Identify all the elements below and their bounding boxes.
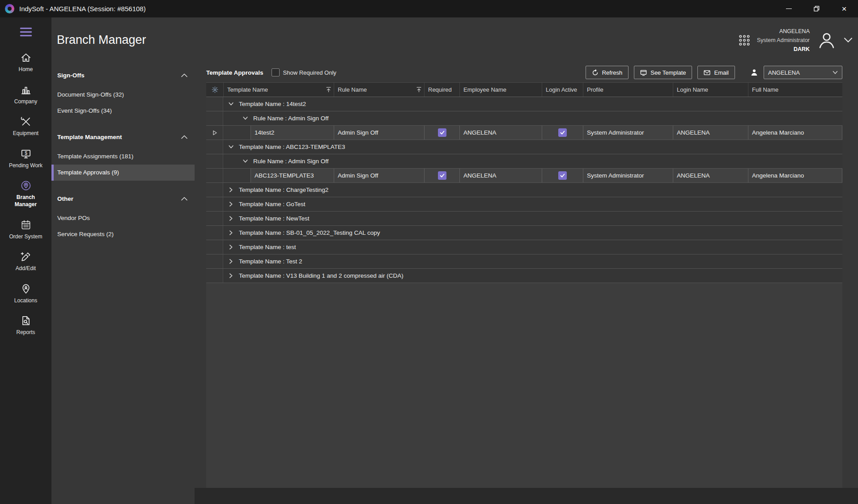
chevron-down-icon[interactable] bbox=[228, 144, 234, 150]
user-menu-chevron-icon[interactable] bbox=[844, 37, 853, 43]
column-header-employee-name[interactable]: Employee Name bbox=[459, 83, 542, 97]
row-indicator-gutter bbox=[206, 169, 223, 182]
user-filter-value: ANGELENA bbox=[768, 69, 800, 76]
nav-item-add-edit[interactable]: Add/Edit bbox=[0, 247, 51, 276]
grid-group-row[interactable]: Template Name : V13 Building 1 and 2 com… bbox=[206, 269, 842, 283]
maximize-button[interactable] bbox=[803, 0, 830, 17]
section-title: Sign-Offs bbox=[57, 72, 85, 79]
sidebar-section-sign-offs: Sign-OffsDocument Sign-Offs (32)Event Si… bbox=[51, 67, 195, 119]
grid-toolbar: Template Approvals Show Required Only Re… bbox=[206, 63, 842, 82]
sort-ascending-icon bbox=[416, 87, 421, 93]
column-header-profile[interactable]: Profile bbox=[583, 83, 673, 97]
employee-name-cell: ANGELENA bbox=[459, 126, 542, 140]
grid-group-row[interactable]: Template Name : GoTest bbox=[206, 197, 842, 212]
apps-grid-icon[interactable] bbox=[739, 34, 750, 46]
login-active-checkbox[interactable] bbox=[558, 128, 567, 137]
refresh-button-label: Refresh bbox=[602, 69, 623, 76]
nav-item-locations[interactable]: Locations bbox=[0, 280, 51, 308]
user-role: System Administrator bbox=[757, 36, 810, 45]
grid-group-row[interactable]: Template Name : ChargeTesting2 bbox=[206, 183, 842, 197]
grid-data-row[interactable]: 14test2Admin Sign OffANGELENASystem Admi… bbox=[206, 126, 842, 140]
nav-item-company[interactable]: Company bbox=[0, 80, 51, 109]
column-header-login-active[interactable]: Login Active bbox=[542, 83, 583, 97]
grid-data-row[interactable]: ABC123-TEMPLATE3Admin Sign OffANGELENASy… bbox=[206, 169, 842, 183]
refresh-button[interactable]: Refresh bbox=[586, 66, 629, 79]
locations-icon bbox=[20, 283, 32, 295]
chevron-right-icon[interactable] bbox=[228, 187, 234, 193]
grid-group-row[interactable]: Template Name : Test 2 bbox=[206, 254, 842, 269]
nav-item-order-system[interactable]: Order System bbox=[0, 216, 51, 244]
chevron-down-icon[interactable] bbox=[228, 101, 234, 107]
column-header-required[interactable]: Required bbox=[424, 83, 459, 97]
minimize-button[interactable] bbox=[775, 0, 803, 17]
chevron-down-icon[interactable] bbox=[242, 115, 248, 121]
sidebar-item-vendor-pos[interactable]: Vendor POs bbox=[51, 210, 195, 226]
main-panel: Template Approvals Show Required Only Re… bbox=[195, 63, 858, 504]
close-button[interactable]: × bbox=[830, 0, 858, 17]
equipment-icon bbox=[20, 116, 32, 127]
chevron-right-icon[interactable] bbox=[228, 216, 234, 221]
login-active-cell bbox=[542, 126, 583, 140]
login-active-checkbox[interactable] bbox=[558, 171, 567, 180]
row-indicator-gutter bbox=[206, 197, 223, 211]
nav-item-label: Company bbox=[14, 98, 37, 106]
required-checkbox[interactable] bbox=[438, 171, 446, 180]
grid-group-row[interactable]: Template Name : 14test2 bbox=[206, 97, 842, 111]
row-indicator-gutter bbox=[206, 140, 223, 154]
group-label: Template Name : test bbox=[239, 244, 296, 250]
toolbar-buttons: Refresh See Template Email bbox=[586, 66, 842, 79]
profile-cell: System Administrator bbox=[583, 169, 673, 182]
section-header-other[interactable]: Other bbox=[51, 191, 195, 207]
sidebar-item-template-approvals-9[interactable]: Template Approvals (9) bbox=[51, 165, 195, 181]
hamburger-menu-icon[interactable] bbox=[15, 25, 37, 39]
nav-item-equipment[interactable]: Equipment bbox=[0, 112, 51, 141]
column-header-template-name[interactable]: Template Name bbox=[223, 83, 334, 97]
row-indicator-gutter bbox=[206, 126, 223, 140]
show-required-only-checkbox[interactable]: Show Required Only bbox=[272, 68, 336, 76]
chevron-right-icon[interactable] bbox=[228, 258, 234, 264]
column-header-rule-name[interactable]: Rule Name bbox=[334, 83, 424, 97]
column-header-full-name[interactable]: Full Name bbox=[748, 83, 842, 97]
section-header-sign-offs[interactable]: Sign-Offs bbox=[51, 67, 195, 83]
grid-group-row[interactable]: Template Name : NewTest bbox=[206, 212, 842, 226]
sidebar-item-document-sign-offs-32[interactable]: Document Sign-Offs (32) bbox=[51, 87, 195, 103]
chevron-right-icon[interactable] bbox=[228, 201, 234, 207]
indysoft-logo-icon bbox=[5, 4, 14, 13]
nav-item-pending-work[interactable]: $Pending Work bbox=[0, 144, 51, 173]
email-button[interactable]: Email bbox=[697, 66, 735, 79]
sidebar-item-service-requests-2[interactable]: Service Requests (2) bbox=[51, 226, 195, 242]
nav-item-branch-manager[interactable]: Branch Manager bbox=[0, 176, 51, 212]
chevron-up-icon bbox=[181, 73, 187, 77]
checkbox-unchecked-icon[interactable] bbox=[272, 68, 280, 76]
grid-title: Template Approvals bbox=[206, 69, 263, 76]
column-header-login-name[interactable]: Login Name bbox=[673, 83, 748, 97]
required-checkbox[interactable] bbox=[438, 128, 446, 137]
chevron-down-icon[interactable] bbox=[242, 158, 248, 164]
row-indicator-gutter bbox=[206, 154, 223, 168]
login-name-cell: ANGELENA bbox=[673, 126, 748, 140]
avatar[interactable] bbox=[816, 30, 837, 51]
column-chooser-icon bbox=[212, 86, 218, 93]
see-template-button[interactable]: See Template bbox=[634, 66, 692, 79]
group-label: Template Name : ChargeTesting2 bbox=[239, 186, 328, 193]
column-chooser-cell[interactable] bbox=[206, 83, 223, 97]
grid-group-row[interactable]: Template Name : SB-01_05_2022_Testing CA… bbox=[206, 226, 842, 240]
grid-subgroup-row[interactable]: Rule Name : Admin Sign Off bbox=[206, 154, 842, 169]
template-icon bbox=[640, 69, 647, 76]
chevron-right-icon[interactable] bbox=[228, 230, 234, 236]
section-header-template-management[interactable]: Template Management bbox=[51, 129, 195, 145]
user-filter-select[interactable]: ANGELENA bbox=[764, 66, 842, 79]
nav-item-home[interactable]: Home bbox=[0, 48, 51, 77]
section-title: Other bbox=[57, 195, 73, 202]
sidebar-item-template-assignments-181[interactable]: Template Assignments (181) bbox=[51, 148, 195, 165]
grid-subgroup-row[interactable]: Rule Name : Admin Sign Off bbox=[206, 111, 842, 126]
sidebar-item-event-sign-offs-34[interactable]: Event Sign-Offs (34) bbox=[51, 103, 195, 119]
nav-item-label: Home bbox=[18, 66, 33, 73]
minimize-icon bbox=[786, 8, 792, 9]
chevron-right-icon[interactable] bbox=[228, 273, 234, 279]
grid-group-row[interactable]: Template Name : test bbox=[206, 240, 842, 254]
grid-group-row[interactable]: Template Name : ABC123-TEMPLATE3 bbox=[206, 140, 842, 154]
chevron-right-icon[interactable] bbox=[228, 244, 234, 250]
nav-item-label: Branch Manager bbox=[7, 194, 45, 208]
nav-item-reports[interactable]: Reports bbox=[0, 311, 51, 340]
